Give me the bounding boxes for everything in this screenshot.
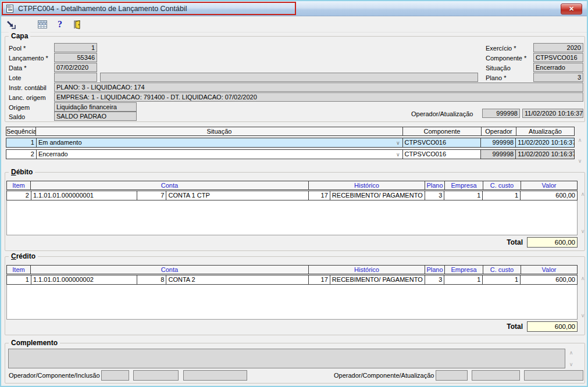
scroll-up-icon[interactable]: ∧ — [567, 350, 575, 356]
instr-contabil-field: PLANO: 3 - LIQUIDACAO: 174 — [54, 83, 583, 92]
conta-nome-cell[interactable]: CONTA 1 CTP — [166, 191, 308, 200]
plano-cell[interactable]: 3 — [425, 191, 445, 200]
close-button[interactable]: ✕ — [561, 3, 582, 15]
historico-codigo-cell[interactable]: 17 — [309, 191, 330, 200]
situacao-value: Em andamento — [38, 139, 82, 146]
seq-cell[interactable]: 2 — [6, 150, 37, 159]
lancamento-field: 55346 — [54, 53, 97, 62]
c-custo-cell[interactable]: 1 — [483, 191, 521, 200]
componente-label: Componente * — [486, 54, 526, 62]
col-header-valor: Valor — [521, 265, 578, 274]
plano-cell[interactable]: 3 — [425, 275, 445, 284]
conta-nome-cell[interactable]: CONTA 2 — [166, 275, 308, 284]
credito-row[interactable]: 1 1.1.01.01.000000002 8 CONTA 2 17 RECEB… — [6, 275, 578, 285]
annotation-title-highlight: CTPFC004 - Detalhamento de Lançamento Co… — [2, 2, 296, 15]
historico-nome-cell[interactable]: RECEBIMENTO/ PAGAMENTO — [330, 191, 425, 200]
conta-codigo-cell[interactable]: 1.1.01.01.000000001 — [31, 191, 137, 200]
credito-total-field: 600,00 — [527, 321, 578, 332]
valor-cell[interactable]: 600,00 — [521, 191, 577, 200]
col-header-conta: Conta — [31, 265, 309, 274]
situacao-dropdown[interactable]: Em andamento ∨ — [37, 138, 403, 147]
origem-field: Liquidação financeira — [54, 102, 137, 112]
scroll-down-icon[interactable]: ∨ — [576, 158, 584, 164]
componente-field: CTPSVCO016 — [533, 53, 583, 62]
conta-numero-cell[interactable]: 8 — [137, 275, 167, 284]
sequencia-row[interactable]: 2 Encerrado ∨ CTPSVCO016 999998 11/02/20… — [6, 149, 575, 159]
goto-detail-arrow-icon[interactable] — [5, 19, 17, 30]
c-custo-cell[interactable]: 1 — [483, 275, 521, 284]
group-debito-title: Débito — [9, 168, 35, 176]
sequencia-row[interactable]: 1 Em andamento ∨ CTPSVCO016 999998 11/02… — [6, 138, 575, 148]
chevron-down-icon[interactable]: ∨ — [396, 150, 400, 159]
scroll-down-icon[interactable]: ∨ — [579, 228, 587, 234]
lancamento-label: Lançamento * — [9, 54, 48, 62]
sequencia-scrollbar[interactable]: ∧ ∨ — [576, 137, 584, 164]
chevron-down-icon[interactable]: ∨ — [396, 139, 400, 147]
col-header-situacao: Situação — [36, 127, 403, 136]
group-credito: Crédito Item Conta Histórico Plano Empre… — [5, 256, 585, 335]
col-header-item: Item — [6, 181, 31, 190]
help-icon[interactable]: ? — [54, 19, 66, 30]
conta-numero-cell[interactable]: 7 — [137, 191, 167, 200]
debito-total-field: 600,00 — [527, 237, 578, 248]
operador-componente-inclusao-label: Operador/Componente/Inclusão — [9, 371, 100, 379]
col-header-historico: Histórico — [309, 181, 425, 190]
complemento-scrollbar[interactable]: ∧ ∨ — [567, 350, 575, 367]
col-header-item: Item — [6, 265, 31, 274]
lanc-origem-label: Lanc. origem — [9, 94, 46, 102]
atualizacao-operador-field — [436, 370, 468, 381]
credito-scrollbar[interactable]: ∧ ∨ — [579, 275, 587, 318]
scroll-up-icon[interactable]: ∧ — [576, 137, 584, 143]
exit-door-icon[interactable] — [72, 19, 83, 30]
col-header-c-custo: C. custo — [483, 181, 521, 190]
conta-codigo-cell[interactable]: 1.1.01.01.000000002 — [31, 275, 137, 284]
col-header-operador: Operador — [482, 127, 516, 136]
componente-cell: CTPSVCO016 — [403, 150, 482, 159]
col-header-atualizacao: Atualização — [516, 127, 575, 136]
operador-atualizacao-label: Operador/Atualização — [411, 110, 473, 118]
atualizacao-componente-field — [472, 370, 520, 381]
atualizacao-cell: 11/02/2020 10:16:37 — [516, 150, 574, 159]
exercicio-field: 2020 — [533, 43, 583, 52]
empresa-cell[interactable]: 1 — [444, 275, 483, 284]
inclusao-data-field — [183, 370, 247, 381]
title-bar: CTPFC004 - Detalhamento de Lançamento Co… — [1, 1, 587, 16]
scroll-up-icon[interactable]: ∧ — [579, 275, 587, 281]
c-custo-value: 1 — [515, 192, 518, 199]
valor-cell[interactable]: 600,00 — [521, 275, 577, 284]
empresa-cell[interactable]: 1 — [444, 191, 483, 200]
item-cell[interactable]: 1 — [7, 275, 31, 284]
sequencia-grid-header: Sequência Situação Componente Operador A… — [6, 127, 575, 136]
col-header-conta: Conta — [31, 181, 309, 190]
lanc-origem-field: EMPRESA: 1 - LIQUIDACAO: 791400 - DT. LI… — [54, 92, 583, 102]
group-complemento: Complemento ∧ ∨ Operador/Componente/Incl… — [5, 343, 585, 384]
window-document-icon — [5, 4, 15, 13]
group-capa: Capa Pool * Lançamento * Data * Lote Ins… — [5, 36, 585, 122]
historico-nome-cell[interactable]: RECEBIMENTO/ PAGAMENTO — [330, 275, 425, 284]
item-cell[interactable]: 2 — [7, 191, 31, 200]
seq-cell[interactable]: 1 — [6, 138, 37, 147]
debito-scrollbar[interactable]: ∧ ∨ — [579, 191, 587, 234]
scroll-up-icon[interactable]: ∧ — [579, 191, 587, 197]
operador-cell: 999998 — [481, 138, 516, 147]
plano-label: Plano * — [486, 74, 506, 82]
atualizacao-data-field — [524, 370, 583, 381]
col-header-sequencia: Sequência — [6, 127, 36, 136]
group-credito-title: Crédito — [9, 252, 38, 260]
data-label: Data * — [9, 64, 27, 72]
window-title: CTPFC004 - Detalhamento de Lançamento Co… — [18, 5, 187, 13]
plano-field: 3 — [533, 73, 583, 82]
scroll-down-icon[interactable]: ∨ — [567, 361, 575, 367]
inclusao-operador-field — [101, 370, 129, 381]
situacao-field: Encerrado — [533, 63, 583, 72]
situacao-dropdown[interactable]: Encerrado ∨ — [37, 150, 403, 159]
debito-row[interactable]: 2 1.1.01.01.000000001 7 CONTA 1 CTP 17 R… — [6, 191, 578, 200]
group-debito: Débito Item Conta Histórico Plano Empres… — [5, 172, 585, 251]
saldo-label: Saldo — [9, 113, 25, 121]
scroll-down-icon[interactable]: ∨ — [579, 313, 587, 318]
col-header-historico: Histórico — [309, 265, 425, 274]
grid-icon[interactable] — [37, 19, 48, 30]
historico-codigo-cell[interactable]: 17 — [309, 275, 330, 284]
col-header-plano: Plano — [425, 265, 445, 274]
credito-header: Item Conta Histórico Plano Empresa C. cu… — [6, 265, 578, 274]
